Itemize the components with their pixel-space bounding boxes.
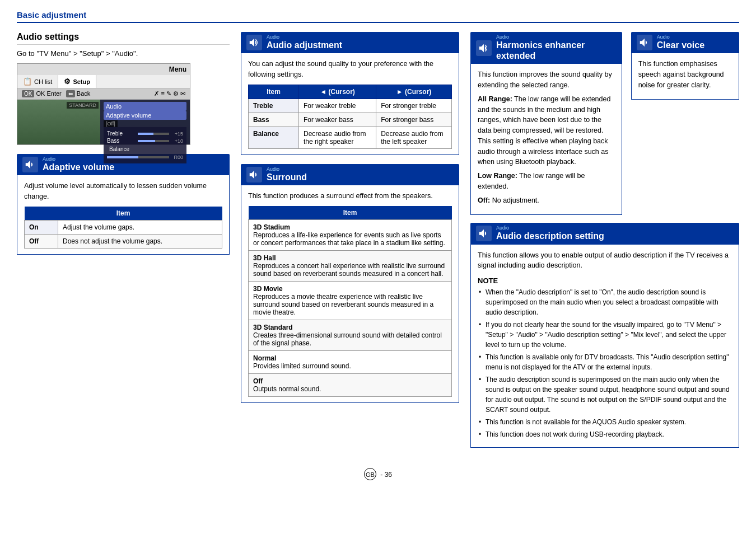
3d-movie-label: 3D Movie xyxy=(253,285,283,293)
table-row: 3D MovieReproduces a movie theatre exper… xyxy=(249,281,452,320)
note-item: This function is available only for DTV … xyxy=(478,352,732,372)
audio-adjustment-icon-area xyxy=(246,35,262,50)
table-row: On Adjust the volume gaps. xyxy=(25,220,222,234)
3d-hall-label: 3D Hall xyxy=(253,254,276,262)
treble-track xyxy=(138,133,169,135)
surround-description: This function produces a surround effect… xyxy=(248,191,452,202)
table-row: Bass For weaker bass For stronger bass xyxy=(249,113,452,127)
table-header: Item xyxy=(25,207,222,221)
harmonics-header: Audio Harmonics enhancer extended xyxy=(470,32,622,64)
tv-menu-bar: Menu xyxy=(17,64,190,75)
page-separator: - xyxy=(380,471,384,479)
clear-voice-icon-area xyxy=(637,35,652,50)
on-label: On xyxy=(25,220,58,234)
table-row: Off Does not adjust the volume gaps. xyxy=(25,234,222,248)
note-item: If you do not clearly hear the sound for… xyxy=(478,320,732,350)
harmonics-body: This function improves the sound quality… xyxy=(470,64,622,215)
harmonics-low-range: Low Range: The low range will be extende… xyxy=(478,171,615,192)
ch-list-tab: 📋 CH list xyxy=(17,75,58,88)
surround-col-header: Item xyxy=(249,206,452,220)
audio-surround-icon-area xyxy=(246,167,262,182)
clear-voice-header: Audio Clear voice xyxy=(631,32,739,53)
adaptive-volume-icon-area xyxy=(22,157,38,172)
audio-surround-section: Audio Surround This function produces a … xyxy=(241,164,459,403)
page-header: Basic adjustment xyxy=(17,10,739,23)
treble-slider-row: Treble +15 xyxy=(107,130,183,137)
surround-table: Item 3D StadiumReproduces a life-like ex… xyxy=(248,206,452,397)
audio-description-icon-area xyxy=(476,226,492,241)
treble-right: For stronger treble xyxy=(376,99,452,113)
on-desc: Adjust the volume gaps. xyxy=(58,220,222,234)
harmonics-description: This function improves the sound quality… xyxy=(478,69,615,91)
adaptive-volume-description: Adjust volume level automatically to les… xyxy=(24,181,222,202)
balance-left: Decrease audio from the right speaker xyxy=(299,127,376,148)
balance-item: Balance xyxy=(249,127,299,148)
table-row: OffOutputs normal sound. xyxy=(249,373,452,396)
treble-item: Treble xyxy=(249,99,299,113)
normal-label: Normal xyxy=(253,354,276,362)
table-row: Balance Decrease audio from the right sp… xyxy=(249,127,452,148)
note-list: When the "Audio description" is set to "… xyxy=(478,287,732,439)
balance-slider-row: R00 xyxy=(107,154,183,160)
audio-adjustment-section: Audio Audio adjustment You can adjust th… xyxy=(241,32,459,155)
page-number: 36 xyxy=(385,471,392,479)
treble-fill xyxy=(138,133,153,135)
off-badge: [Off] xyxy=(104,120,118,127)
table-row: Treble For weaker treble For stronger tr… xyxy=(249,99,452,113)
harmonics-section: Audio Harmonics enhancer extended This f… xyxy=(470,32,622,215)
all-range-label: All Range: xyxy=(478,95,512,103)
balance-track xyxy=(107,156,169,158)
low-range-label: Low Range: xyxy=(478,172,517,180)
balance-value: R00 xyxy=(169,154,183,160)
table-row: 3D HallReproduces a concert hall experie… xyxy=(249,250,452,281)
off-surround-label: Off xyxy=(253,377,263,385)
middle-column: Audio Audio adjustment You can adjust th… xyxy=(241,32,459,457)
clear-voice-body: This function emphasises speech against … xyxy=(631,53,739,100)
setup-tab: ⚙ Setup xyxy=(58,75,96,88)
page-footer: GB - 36 xyxy=(17,468,739,480)
off-surround-desc: Outputs normal sound. xyxy=(253,385,321,393)
clear-voice-header-text: Audio Clear voice xyxy=(657,35,704,50)
treble-value: +15 xyxy=(169,131,183,137)
harmonics-all-range: All Range: The low range will be extende… xyxy=(478,94,615,167)
3d-stadium-label: 3D Stadium xyxy=(253,223,290,231)
adaptive-volume-body: Adjust volume level automatically to les… xyxy=(17,175,230,255)
3d-hall-desc: Reproduces a concert hall experience wit… xyxy=(253,262,445,278)
bass-label: Bass xyxy=(107,138,138,144)
bass-fill xyxy=(138,140,155,142)
table-row: NormalProvides limited surround sound. xyxy=(249,350,452,373)
col-item: Item xyxy=(249,85,299,99)
note-item: This function does not work during USB-r… xyxy=(478,429,732,439)
balance-right: Decrease audio from the left speaker xyxy=(376,127,452,148)
right-column: Audio Harmonics enhancer extended This f… xyxy=(470,32,739,457)
clear-voice-description: This function emphasises speech against … xyxy=(638,59,732,90)
bass-left: For weaker bass xyxy=(299,113,376,127)
off-label: Off xyxy=(25,234,58,248)
3d-stadium-desc: Reproduces a life-like experience for ev… xyxy=(253,231,445,247)
country-badge: GB xyxy=(364,468,376,480)
bass-track xyxy=(138,140,169,142)
note-title: NOTE xyxy=(478,277,732,285)
audio-adjustment-description: You can adjust the sound quality to your… xyxy=(248,59,452,80)
audio-surround-header-text: Audio Surround xyxy=(267,167,307,182)
col-cursor-right: ► (Cursor) xyxy=(376,85,452,99)
audio-description-section: Audio Audio description setting This fun… xyxy=(470,223,739,448)
tv-menu-overlay: Audio Adaptive volume [Off] Treble +15 xyxy=(100,100,190,144)
audio-adjustment-header-text: Audio Audio adjustment xyxy=(267,35,342,50)
harmonics-speaker-icon xyxy=(478,42,490,54)
audio-menu-item: Audio xyxy=(104,102,186,111)
tv-nav-bar: OK OK Enter ⬅ Back ✗ ≡ ✎ ⚙ ✉ xyxy=(17,88,190,100)
adaptive-volume-table: Item On Adjust the volume gaps. Off Does… xyxy=(24,207,222,249)
nav-instruction: Go to "TV Menu" > "Setup" > "Audio". xyxy=(17,49,230,58)
treble-left: For weaker treble xyxy=(299,99,376,113)
nav-icons: ✗ ≡ ✎ ⚙ ✉ xyxy=(154,90,185,97)
page-title: Basic adjustment xyxy=(17,10,86,20)
speaker-icon xyxy=(24,158,36,171)
balance-menu-item: Balance xyxy=(107,145,183,153)
harmonics-icon-area xyxy=(476,40,492,56)
back-label: ⬅ Back xyxy=(66,90,91,97)
treble-label: Treble xyxy=(107,130,138,137)
table-row: 3D StadiumReproduces a life-like experie… xyxy=(249,219,452,250)
right-top-sections: Audio Harmonics enhancer extended This f… xyxy=(470,32,739,215)
setup-icon: ⚙ xyxy=(64,77,71,86)
